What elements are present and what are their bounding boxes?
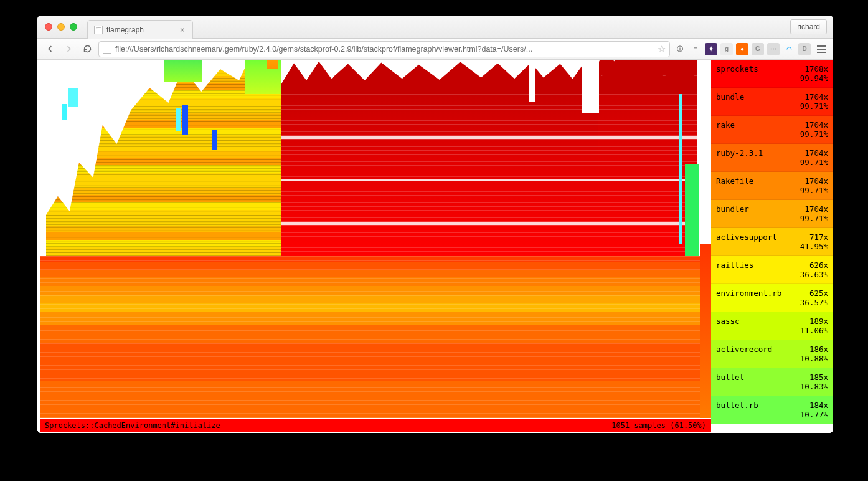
legend-pct: 99.71% <box>800 130 828 139</box>
forward-button[interactable] <box>61 42 76 57</box>
legend-pct: 11.06% <box>800 326 828 335</box>
flamegraph-canvas[interactable]: Sprockets::CachedEnvironment#initialize … <box>37 60 711 433</box>
legend-count: 1704x <box>804 148 828 158</box>
legend-count: 189x <box>809 317 828 326</box>
legend-pct: 99.94% <box>800 74 828 83</box>
extension-icon[interactable]: ⓘ <box>674 43 686 55</box>
tab-title: flamegraph <box>106 26 144 34</box>
legend-item[interactable]: rake1704x99.71% <box>711 116 833 144</box>
extension-icon[interactable]: ● <box>736 43 748 55</box>
legend-pct: 99.71% <box>800 214 828 223</box>
titlebar: flamegraph × richard <box>37 16 833 39</box>
legend-count: 185x <box>809 373 828 382</box>
legend-name: bullet.rb <box>716 401 758 410</box>
file-icon <box>94 26 103 34</box>
legend-pct: 99.71% <box>800 186 828 195</box>
legend-pct: 10.88% <box>800 354 828 363</box>
legend-panel: sprockets1708x99.94%bundle1704x99.71%rak… <box>711 60 833 433</box>
legend-count: 184x <box>809 401 828 410</box>
legend-count: 186x <box>809 345 828 354</box>
legend-pct: 10.83% <box>800 382 828 391</box>
legend-name: activesupport <box>716 232 777 242</box>
extension-icon[interactable]: G <box>752 43 764 55</box>
extension-icon[interactable]: D <box>798 43 811 55</box>
extension-icons: ⓘ≡✦g●G⋯◠D <box>674 43 811 55</box>
legend-pct: 10.77% <box>800 410 828 419</box>
back-button[interactable] <box>42 42 57 57</box>
extension-icon[interactable]: ⋯ <box>767 43 780 55</box>
reload-button[interactable] <box>80 42 95 57</box>
minimize-window-button[interactable] <box>57 23 65 31</box>
tab-close-icon[interactable]: × <box>180 25 185 35</box>
bookmark-star-icon[interactable]: ☆ <box>658 44 666 55</box>
legend-item[interactable]: activesupport717x41.95% <box>711 228 833 256</box>
extension-icon[interactable]: g <box>720 43 733 55</box>
status-samples: 1051 samples (61.50%) <box>611 421 706 430</box>
legend-count: 1704x <box>804 92 828 102</box>
legend-pct: 36.63% <box>800 270 828 279</box>
legend-item[interactable]: bullet185x10.83% <box>711 368 833 396</box>
legend-count: 625x <box>809 288 828 298</box>
profile-button[interactable]: richard <box>790 19 827 34</box>
legend-count: 626x <box>809 260 828 270</box>
toolbar: file:///Users/richardschneeman/.gem/ruby… <box>37 39 833 60</box>
legend-item[interactable]: sassc189x11.06% <box>711 312 833 340</box>
extension-icon[interactable]: ≡ <box>689 43 702 55</box>
status-bar: Sprockets::CachedEnvironment#initialize … <box>40 419 711 432</box>
legend-item[interactable]: ruby-2.3.11704x99.71% <box>711 144 833 172</box>
extension-icon[interactable]: ◠ <box>783 43 795 55</box>
extension-icon[interactable]: ✦ <box>705 43 717 55</box>
legend-item[interactable]: Rakefile1704x99.71% <box>711 172 833 200</box>
legend-name: bullet <box>716 373 744 382</box>
legend-name: ruby-2.3.1 <box>716 148 763 158</box>
legend-name: bundle <box>716 92 744 102</box>
legend-name: activerecord <box>716 345 772 354</box>
legend-name: bundler <box>716 204 749 214</box>
address-bar[interactable]: file:///Users/richardschneeman/.gem/ruby… <box>98 41 670 57</box>
legend-count: 717x <box>809 232 828 242</box>
zoom-window-button[interactable] <box>70 23 77 31</box>
legend-pct: 36.57% <box>800 298 828 307</box>
legend-pct: 41.95% <box>800 242 828 251</box>
window-controls <box>37 23 77 31</box>
legend-pct: 99.71% <box>800 158 828 167</box>
legend-item[interactable]: bundler1704x99.71% <box>711 200 833 228</box>
legend-item[interactable]: environment.rb625x36.57% <box>711 284 833 312</box>
legend-count: 1708x <box>804 64 828 74</box>
legend-item[interactable]: sprockets1708x99.94% <box>711 60 833 88</box>
file-icon <box>103 45 111 54</box>
tabstrip: flamegraph × <box>87 16 193 38</box>
browser-window: flamegraph × richard file:///Users/richa… <box>37 16 833 433</box>
url-text: file:///Users/richardschneeman/.gem/ruby… <box>115 45 654 54</box>
legend-name: rake <box>716 120 735 130</box>
legend-count: 1704x <box>804 120 828 130</box>
legend-count: 1704x <box>804 204 828 214</box>
legend-item[interactable]: activerecord186x10.88% <box>711 340 833 368</box>
flamegraph[interactable] <box>40 65 711 418</box>
legend-name: environment.rb <box>716 288 781 298</box>
status-method: Sprockets::CachedEnvironment#initialize <box>45 421 220 430</box>
close-window-button[interactable] <box>45 23 52 31</box>
legend-name: sprockets <box>716 64 758 74</box>
chrome-menu-button[interactable] <box>814 42 828 56</box>
legend-count: 1704x <box>804 176 828 186</box>
legend-item[interactable]: bundle1704x99.71% <box>711 88 833 116</box>
legend-pct: 99.71% <box>800 102 828 111</box>
legend-name: railties <box>716 260 753 270</box>
legend-item[interactable]: bullet.rb184x10.77% <box>711 396 833 424</box>
legend-name: Rakefile <box>716 176 753 186</box>
legend-name: sassc <box>716 317 740 326</box>
browser-tab[interactable]: flamegraph × <box>87 20 193 39</box>
page-content: Sprockets::CachedEnvironment#initialize … <box>37 60 833 433</box>
legend-item[interactable]: railties626x36.63% <box>711 256 833 284</box>
